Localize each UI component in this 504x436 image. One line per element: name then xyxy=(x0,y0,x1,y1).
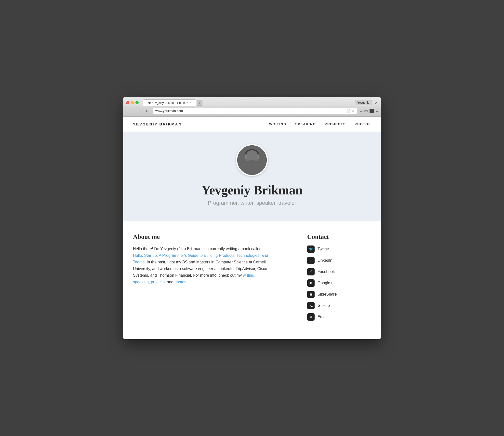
tab-title: YB Yevgeniy Brikman: Home P xyxy=(147,101,188,105)
browser-actions: ⚙ ▭ ⬛ ≡ xyxy=(359,109,378,113)
site-nav: WRITING SPEAKING PROJECTS PHOTOS xyxy=(269,122,371,126)
browser-user-label[interactable]: Yevgeniy xyxy=(355,100,372,105)
contact-title: Contact xyxy=(307,233,371,241)
titlebar-right: Yevgeniy ⤢ xyxy=(355,100,378,105)
extensions-icon: ⚙ xyxy=(359,109,363,113)
forward-button[interactable]: → xyxy=(135,108,142,114)
browser-chrome: YB Yevgeniy Brikman: Home P ✕ + Yevgeniy… xyxy=(123,97,381,117)
star-icon[interactable]: ☆ xyxy=(352,109,355,113)
contact-list-item[interactable]: Twitter xyxy=(307,245,371,253)
contact-list-item[interactable]: Google+ xyxy=(307,279,371,287)
url-icons: 📄 ☆ xyxy=(347,109,355,113)
github-icon xyxy=(307,302,315,309)
nav-projects[interactable]: PROJECTS xyxy=(325,122,346,126)
active-tab[interactable]: YB Yevgeniy Brikman: Home P ✕ xyxy=(143,99,196,106)
tab-bar: YB Yevgeniy Brikman: Home P ✕ + xyxy=(143,99,353,106)
contact-label: SlideShare xyxy=(318,292,337,297)
contact-list-item[interactable]: Facebook xyxy=(307,268,371,275)
contact-label: LinkedIn xyxy=(318,258,332,263)
twitter-icon xyxy=(307,245,315,253)
contact-label: Google+ xyxy=(318,281,332,285)
nav-writing[interactable]: WRITING xyxy=(269,122,286,126)
contact-list-item[interactable]: SlideShare xyxy=(307,291,371,298)
speaking-link[interactable]: speaking xyxy=(133,280,149,284)
browser-toolbar: ← → ↻ www.ybrikman.com 📄 ☆ ⚙ ▭ ⬛ ≡ xyxy=(123,106,381,116)
back-button[interactable]: ← xyxy=(126,108,133,114)
about-paragraph1: Hello there! I'm Yevgeniy (Jim) Brikman.… xyxy=(133,247,262,251)
site-header: YEVGENIY BRIKMAN WRITING SPEAKING PROJEC… xyxy=(123,117,381,132)
site-logo[interactable]: YEVGENIY BRIKMAN xyxy=(133,122,182,126)
svg-point-4 xyxy=(245,149,259,157)
contact-list: TwitterLinkedInFacebookGoogle+SlideShare… xyxy=(307,245,371,321)
avatar xyxy=(236,144,268,176)
googleplus-icon xyxy=(307,279,315,287)
avatar-image xyxy=(237,145,267,175)
contact-label: Email xyxy=(318,315,327,319)
close-button[interactable] xyxy=(126,101,129,104)
url-bar[interactable]: www.ybrikman.com 📄 ☆ xyxy=(153,108,357,114)
email-icon xyxy=(307,313,315,321)
contact-list-item[interactable]: GitHub xyxy=(307,302,371,309)
main-content: About me Hello there! I'm Yevgeniy (Jim)… xyxy=(123,221,381,339)
contact-label: Twitter xyxy=(318,247,329,251)
website-content: YEVGENIY BRIKMAN WRITING SPEAKING PROJEC… xyxy=(123,117,381,339)
traffic-lights xyxy=(126,101,139,104)
minimize-button[interactable] xyxy=(131,101,134,104)
browser-window: YB Yevgeniy Brikman: Home P ✕ + Yevgeniy… xyxy=(123,97,381,339)
nav-speaking[interactable]: SPEAKING xyxy=(295,122,316,126)
about-section: About me Hello there! I'm Yevgeniy (Jim)… xyxy=(133,233,270,325)
svg-point-3 xyxy=(246,152,258,164)
photos-link[interactable]: photos xyxy=(174,280,186,284)
about-title: About me xyxy=(133,233,270,241)
projects-link[interactable]: projects xyxy=(151,280,165,284)
linkedin-icon xyxy=(307,257,315,264)
svg-point-5 xyxy=(249,155,251,158)
menu-icon[interactable]: ≡ xyxy=(376,109,378,113)
hero-name: Yevgeniy Brikman xyxy=(201,183,303,197)
facebook-icon xyxy=(307,268,315,275)
contact-label: Facebook xyxy=(318,270,335,274)
contact-list-item[interactable]: LinkedIn xyxy=(307,257,371,264)
page-icon: 📄 xyxy=(347,109,351,113)
nav-photos[interactable]: PHOTOS xyxy=(355,122,371,126)
reload-button[interactable]: ↻ xyxy=(144,108,151,114)
hero-section: Yevgeniy Brikman Programmer, writer, spe… xyxy=(123,132,381,221)
contact-section: Contact TwitterLinkedInFacebookGoogle+Sl… xyxy=(307,233,371,325)
tab-close-button[interactable]: ✕ xyxy=(190,101,192,104)
svg-point-1 xyxy=(243,162,261,175)
url-text: www.ybrikman.com xyxy=(155,109,345,113)
maximize-button[interactable] xyxy=(135,101,139,104)
new-tab-button[interactable]: + xyxy=(197,100,202,106)
contact-list-item[interactable]: Email xyxy=(307,313,371,321)
svg-point-2 xyxy=(245,150,259,164)
hero-subtitle: Programmer, writer, speaker, traveler xyxy=(208,200,296,206)
contact-label: GitHub xyxy=(318,303,330,308)
camera-icon: ⬛ xyxy=(369,109,374,113)
writing-link[interactable]: writing xyxy=(243,273,254,277)
about-text: Hello there! I'm Yevgeniy (Jim) Brikman.… xyxy=(133,245,270,286)
browser-titlebar: YB Yevgeniy Brikman: Home P ✕ + Yevgeniy… xyxy=(123,97,381,106)
cast-icon: ▭ xyxy=(364,109,368,113)
expand-icon[interactable]: ⤢ xyxy=(375,101,378,105)
slideshare-icon xyxy=(307,291,315,298)
